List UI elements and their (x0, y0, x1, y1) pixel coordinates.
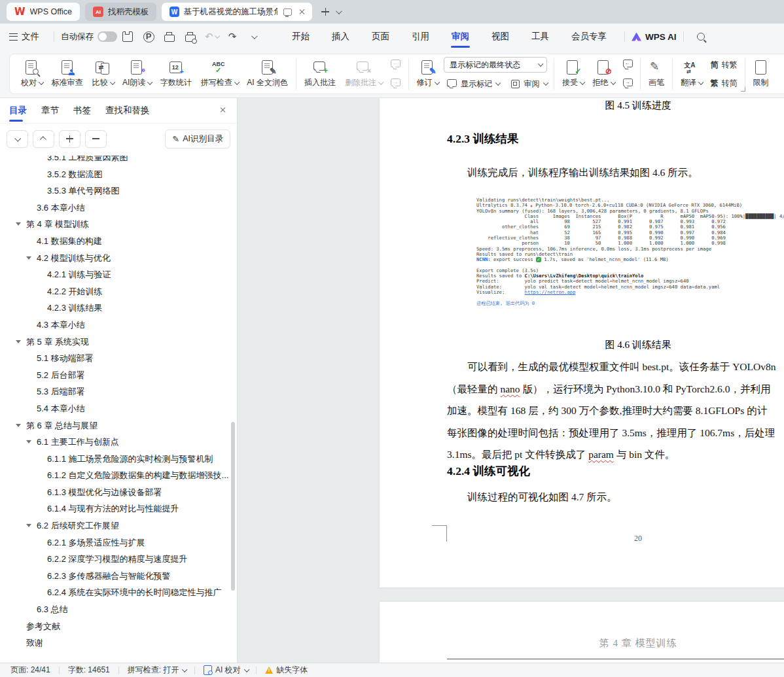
toc-item[interactable]: 5.3 后端部署 (0, 383, 232, 400)
toc-item[interactable]: 致谢 (0, 634, 232, 651)
toc-item[interactable]: 5.2 后台部署 (0, 367, 232, 384)
show-markup-button[interactable]: 显示标记 (444, 77, 502, 91)
word-count-button[interactable]: 12+ 字数统计 (156, 56, 196, 92)
tab-toc[interactable]: 目录 (9, 98, 27, 123)
document-workspace[interactable]: 图 4.5 训练进度 4.2.3 训练结果 训练完成后，训练程序输出训练结果如图… (238, 98, 784, 663)
file-menu[interactable]: 文件 (22, 31, 39, 43)
ai-polish-button[interactable]: ✎ AI 全文润色 (242, 56, 293, 92)
delete-comment-button[interactable]: × 删除批注 (340, 56, 387, 92)
ribbon-tab-视图[interactable]: 视图 (480, 24, 520, 50)
hamburger-menu-icon[interactable] (9, 33, 18, 41)
toc-item[interactable]: 第 5 章 系统实现 (0, 334, 232, 351)
expand-all-button[interactable] (7, 130, 28, 148)
tab-find-replace[interactable]: 查找和替换 (105, 98, 150, 123)
toc-item[interactable]: 第 4 章 模型训练 (0, 216, 232, 233)
save-button[interactable] (119, 29, 136, 44)
collapse-arrow-icon[interactable] (16, 222, 21, 226)
missing-font-warning[interactable]: ! 缺失字体 (265, 665, 308, 676)
tab-current-document[interactable]: W 基于机器视觉的施工场景危险 (162, 3, 312, 21)
toc-item[interactable]: 6.2.3 多传感器融合与智能化预警 (0, 568, 232, 585)
next-comment-button[interactable]: → (388, 76, 404, 92)
ribbon-tab-工具[interactable]: 工具 (520, 24, 560, 50)
toc-item[interactable]: 6.2.2 深度学习模型的精度与速度提升 (0, 551, 232, 568)
toc-item[interactable]: 4.1 数据集的构建 (0, 233, 232, 250)
collapse-arrow-icon[interactable] (16, 340, 21, 343)
toc-item[interactable]: 3.5.1 工程质量因素图 (0, 156, 232, 166)
ribbon-tab-审阅[interactable]: 审阅 (440, 24, 480, 50)
previous-comment-button[interactable]: ← (388, 57, 404, 73)
toc-item[interactable]: 4.3 本章小结 (0, 317, 232, 334)
toc-scrollbar[interactable] (231, 422, 235, 591)
track-changes-button[interactable]: ✎ 修订 (412, 56, 443, 92)
insert-comment-button[interactable]: + 插入批注 (300, 56, 340, 92)
review-pane-button[interactable]: 审阅 (507, 77, 550, 91)
toc-item[interactable]: 5.4 本章小结 (0, 400, 232, 417)
print-button[interactable] (161, 29, 178, 44)
toc-item[interactable]: 5.1 移动端部署 (0, 350, 232, 367)
collapse-arrow-icon[interactable] (26, 524, 31, 527)
spell-check-status[interactable]: 拼写检查: 打开 (128, 665, 186, 676)
toc-item[interactable]: 4.2.3 训练结果 (0, 300, 232, 317)
print-preview-button[interactable] (182, 29, 199, 44)
ribbon-tab-引用[interactable]: 引用 (401, 24, 440, 50)
toc-item[interactable]: 4.2 模型训练与优化 (0, 250, 232, 267)
traditional-to-simplified-button[interactable]: 繁 转简 (708, 76, 740, 90)
toc-item[interactable]: 4.2.2 开始训练 (0, 283, 232, 300)
ai-read-aloud-button[interactable]: » AI朗读 (118, 56, 156, 92)
toc-item[interactable]: 6.3 总结 (0, 601, 232, 618)
toc-item[interactable]: 3.6 本章小结 (0, 200, 232, 217)
restrict-editing-button[interactable]: 限制 (749, 56, 774, 92)
tab-docer-templates[interactable]: AI 找稻壳模板 (85, 3, 157, 21)
ai-proofread-status[interactable]: AI 校对 (204, 665, 247, 676)
present-on-screen-icon[interactable] (283, 9, 292, 16)
toc-item[interactable]: 第 6 章 总结与展望 (0, 417, 232, 434)
close-tab-icon[interactable] (299, 9, 305, 15)
collapse-arrow-icon[interactable] (16, 424, 21, 427)
spell-check-button[interactable]: ABC✓ 拼写检查 (196, 56, 243, 92)
tab-bookmarks[interactable]: 书签 (73, 98, 91, 123)
ribbon-tab-插入[interactable]: 插入 (321, 24, 361, 50)
export-pdf-button[interactable]: P (140, 29, 157, 44)
tab-chapters[interactable]: 章节 (41, 98, 59, 123)
document-page-21[interactable]: 第 4 章 模型训练 (380, 602, 784, 663)
zoom-out-outline-button[interactable] (85, 130, 107, 148)
markup-state-select[interactable]: 显示标记的最终状态 (444, 57, 547, 73)
toc-item[interactable]: 4.2.1 训练与验证 (0, 266, 232, 283)
undo-button[interactable]: ↶ (203, 29, 220, 44)
toc-item[interactable]: 3.5.2 数据流图 (0, 166, 232, 183)
search-button[interactable] (692, 29, 709, 44)
ribbon-tab-开始[interactable]: 开始 (281, 24, 321, 50)
word-count-indicator[interactable]: 字数: 14651 (68, 665, 110, 676)
toc-item[interactable]: 6.1 主要工作与创新点 (0, 434, 232, 451)
toc-item[interactable]: 3.5.3 单代号网络图 (0, 182, 232, 200)
tab-wps-home[interactable]: W WPS Office (7, 3, 80, 21)
compare-button[interactable]: ⇄ 比较 (88, 56, 118, 92)
ribbon-tab-页面[interactable]: 页面 (361, 24, 401, 50)
document-page-20[interactable]: 图 4.5 训练进度 4.2.3 训练结果 训练完成后，训练程序输出训练结果如图… (380, 98, 784, 587)
next-change-button[interactable]: → (620, 76, 635, 92)
toc-item[interactable]: 6.1.4 与现有方法的对比与性能提升 (0, 500, 232, 517)
zoom-in-outline-button[interactable] (59, 130, 80, 148)
tab-list-dropdown-icon[interactable] (336, 8, 342, 14)
collapse-arrow-icon[interactable] (26, 256, 31, 260)
close-panel-icon[interactable] (220, 107, 226, 113)
accept-change-button[interactable]: ✓ 接受 (558, 56, 588, 92)
quick-access-dropdown-icon[interactable] (245, 29, 262, 44)
toc-item[interactable]: 6.1.2 自定义危险源数据集的构建与数据增强技... (0, 467, 232, 484)
page-indicator[interactable]: 页面: 24/41 (10, 665, 50, 676)
toc-item[interactable]: 6.2.1 多场景适应性与扩展 (0, 534, 232, 551)
toc-item[interactable]: 6.1.3 模型优化与边缘设备部署 (0, 484, 232, 501)
new-tab-button[interactable] (321, 8, 329, 16)
autosave-control[interactable]: 自动保存 (61, 31, 117, 43)
toc-item[interactable]: 6.1.1 施工场景危险源的实时检测与预警机制 (0, 451, 232, 468)
toc-item[interactable]: 6.2.4 系统在实际环境中的长时间稳定性与推广 (0, 584, 232, 601)
translate-button[interactable]: 文A⇄ 翻译 (676, 56, 707, 92)
autosave-toggle[interactable] (98, 31, 117, 42)
previous-change-button[interactable]: ← (620, 57, 635, 73)
reject-change-button[interactable]: ⊘ 拒绝 (588, 56, 619, 92)
simplified-to-traditional-button[interactable]: 简 转繁 (708, 58, 740, 72)
ribbon-tab-会员专享[interactable]: 会员专享 (560, 24, 618, 50)
toc-item[interactable]: 6.2 后续研究工作展望 (0, 517, 232, 534)
wps-ai-button[interactable]: WPS AI (632, 32, 677, 42)
ai-recognize-toc-button[interactable]: ✎ AI识别目录 (165, 130, 230, 148)
